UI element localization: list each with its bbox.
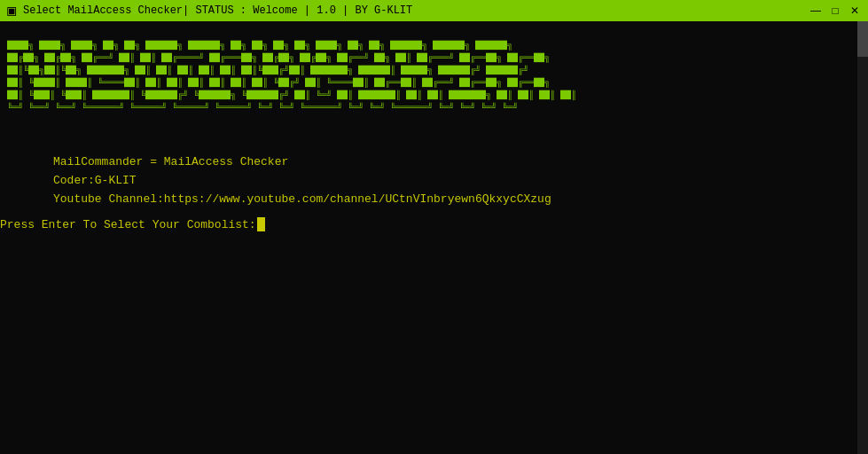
app-icon: ▣ [5,4,18,17]
svg-text:╚═╝   ╚══╝  ╚══╝ ╚══════╝  ╚══: ╚═╝ ╚══╝ ╚══╝ ╚══════╝ ╚═════╝ ╚═════╝ ╚… [7,102,518,113]
titlebar-left: ▣ Select MailAccess Checker| STATUS : We… [5,4,412,17]
prompt-text: Press Enter To Select Your Combolist: [0,218,256,231]
ascii-art-container: text { font-family: 'Courier New', monos… [0,28,868,146]
cursor-block [257,217,265,231]
coder-line: Coder:G-KLIT [53,172,868,191]
scrollbar-thumb[interactable] [857,21,868,57]
terminal: text { font-family: 'Courier New', monos… [0,21,868,454]
minimize-button[interactable]: — [808,4,824,17]
maximize-button[interactable]: □ [827,4,843,17]
svg-text:████╗  ████╗   ████╗  ██╗  ██╗: ████╗ ████╗ ████╗ ██╗ ██╗ ██████╗ ██████… [7,40,512,51]
app-name-line: MailCommander = MailAccess Checker [53,153,868,172]
prompt-line: Press Enter To Select Your Combolist: [0,212,868,231]
youtube-line: Youtube Channel:https://www.youtube.com/… [53,191,868,209]
titlebar: ▣ Select MailAccess Checker| STATUS : We… [0,0,868,21]
info-section: MailCommander = MailAccess Checker Coder… [0,146,868,212]
ascii-art-svg: text { font-family: 'Courier New', monos… [4,34,855,140]
svg-text:██║ ╚████║ ████║ ╚════██║ ██║ : ██║ ╚████║ ████║ ╚════██║ ██║ ██║ ██║ ██… [7,77,550,88]
close-button[interactable]: ✕ [847,4,863,17]
svg-text:██║  ╚███║ ╚███║ ███████║ ╚███: ██║ ╚███║ ╚███║ ███████║ ╚██████╔╝ ╚████… [7,90,576,100]
titlebar-controls: — □ ✕ [808,4,863,17]
svg-text:██║╚██╗██║╚██╗ ███████╗ ██║  █: ██║╚██╗██║╚██╗ ███████╗ ██║ ██║ ██║ ██║ … [7,65,528,75]
svg-text:██╔██╗ ██╔██╗  ██╔══╝  ██║  ██: ██╔██╗ ██╔██╗ ██╔══╝ ██║ ██║ ██╔════╝ ██… [7,52,550,63]
scrollbar[interactable] [857,21,868,454]
titlebar-title: Select MailAccess Checker| STATUS : Welc… [23,4,412,17]
